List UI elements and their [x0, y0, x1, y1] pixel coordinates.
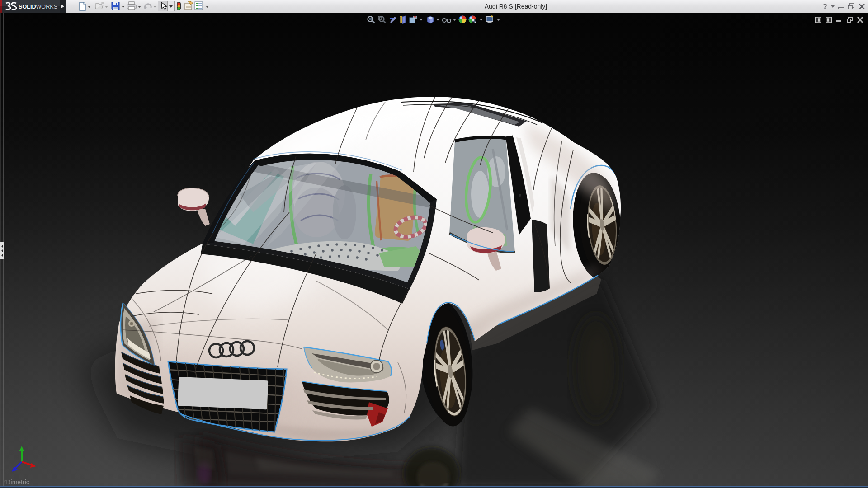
- svg-text:*Dimetric: *Dimetric: [4, 479, 29, 486]
